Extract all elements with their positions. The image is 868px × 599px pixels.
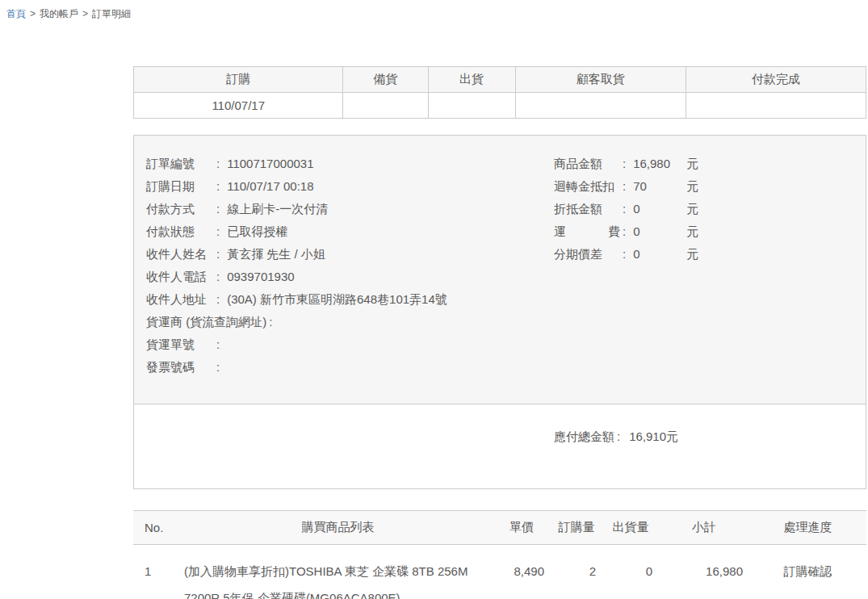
installment-diff-value: 0 (633, 243, 686, 266)
tracking-number-row: 貨運單號: (146, 333, 866, 356)
col-order-qty: 訂購量 (551, 511, 602, 545)
field-label: 運費 (554, 220, 620, 243)
recipient-phone-row: 收件人電話:0939701930 (146, 266, 866, 288)
field-label: 收件人姓名 (146, 243, 214, 266)
shipping-fee-value: 0 (633, 220, 686, 243)
product-row: 1 (加入購物車享折扣)TOSHIBA 東芝 企業碟 8TB 256M 7200… (133, 545, 866, 599)
recipient-name-row: 收件人姓名:黃玄揮 先生 / 小姐 (146, 243, 866, 266)
currency-unit: 元 (686, 224, 698, 238)
status-col-pickup: 顧客取貨 (515, 67, 686, 93)
status-col-paid: 付款完成 (686, 67, 866, 93)
col-process-status: 處理進度 (749, 511, 866, 545)
product-header-row: No. 購買商品列表 單價 訂購量 出貨量 小計 處理進度 (133, 511, 866, 545)
field-label: 貨運單號 (146, 333, 214, 356)
currency-unit: 元 (666, 429, 678, 443)
breadcrumb-current-page: 訂單明細 (92, 8, 131, 19)
product-unit-price: 8,490 (493, 545, 551, 599)
product-name: (加入購物車享折扣)TOSHIBA 東芝 企業碟 8TB 256M 7200R … (183, 545, 493, 599)
currency-unit: 元 (686, 179, 698, 193)
breadcrumb-home-link[interactable]: 首頁 (6, 8, 26, 19)
shipping-fee-row: 運費:0元 (554, 220, 698, 243)
order-number-row: 訂單編號:1100717000031 (146, 153, 866, 175)
recipient-phone-value: 0939701930 (227, 270, 294, 283)
discount-amount-row: 折抵金額:0元 (554, 198, 698, 220)
status-header-row: 訂購 備貨 出貨 顧客取貨 付款完成 (134, 67, 866, 93)
colon: : (620, 179, 633, 193)
recipient-address-row: 收件人地址:(30A) 新竹市東區明湖路648巷101弄14號 (146, 288, 866, 311)
status-col-preparing: 備貨 (343, 67, 428, 93)
goods-amount-row: 商品金額:16,980元 (554, 153, 698, 175)
col-subtotal: 小計 (659, 511, 749, 545)
product-order-qty: 2 (551, 545, 602, 599)
order-date-value: 110/07/17 00:18 (227, 179, 313, 193)
field-label: 商品金額 (554, 153, 620, 175)
recipient-address-value: (30A) 新竹市東區明湖路648巷101弄14號 (227, 292, 447, 306)
colon: : (214, 157, 227, 170)
field-label: 貨運商 (貨流查詢網址) (146, 311, 266, 333)
field-label: 折抵金額 (554, 198, 620, 220)
colon: : (620, 202, 633, 216)
col-ship-qty: 出貨量 (602, 511, 659, 545)
carrier-row: 貨運商 (貨流查詢網址): (146, 311, 866, 333)
invoice-number-row: 發票號碼: (146, 356, 866, 379)
discount-amount-value: 0 (633, 198, 686, 220)
total-due-label: 應付總金額 (554, 429, 614, 443)
installment-diff-row: 分期價差:0元 (554, 243, 698, 266)
total-due-section: 應付總金額:16,910元 (134, 404, 866, 488)
field-label: 迴轉金抵扣 (554, 175, 620, 198)
status-pickup-date (515, 93, 686, 119)
field-label: 付款狀態 (146, 220, 214, 243)
total-due-amount: 16,910元 (629, 429, 678, 443)
colon: : (214, 337, 227, 351)
breadcrumb-my-account-link[interactable]: 我的帳戶 (40, 8, 78, 19)
colon: : (620, 224, 633, 238)
colon: : (214, 360, 227, 374)
order-detail-content: 訂購 備貨 出貨 顧客取貨 付款完成 110/07/17 訂單編號:110071… (133, 66, 866, 599)
colon: : (214, 202, 227, 216)
rebate-deduction-value: 70 (633, 175, 686, 198)
colon: : (620, 157, 633, 170)
product-subtotal: 16,980 (659, 545, 749, 599)
field-label: 付款方式 (146, 198, 214, 220)
field-label: 訂購日期 (146, 175, 214, 198)
colon: : (214, 179, 227, 193)
status-ordered-date: 110/07/17 (134, 93, 343, 119)
field-label: 分期價差 (554, 243, 620, 266)
order-date-row: 訂購日期:110/07/17 00:18 (146, 175, 866, 198)
currency-unit: 元 (686, 247, 698, 261)
currency-unit: 元 (686, 157, 698, 170)
order-info-box: 訂單編號:1100717000031 訂購日期:110/07/17 00:18 … (133, 135, 866, 489)
col-no: No. (133, 511, 183, 545)
status-col-ordered: 訂購 (134, 67, 343, 93)
status-shipped-date (428, 93, 515, 119)
recipient-name-value: 黃玄揮 先生 / 小姐 (227, 247, 325, 261)
colon: : (620, 247, 633, 261)
rebate-deduction-row: 迴轉金抵扣:70元 (554, 175, 698, 198)
payment-status-row: 付款狀態:已取得授權 (146, 220, 866, 243)
field-label: 收件人地址 (146, 288, 214, 311)
colon: : (614, 429, 627, 443)
colon: : (214, 224, 227, 238)
product-ship-qty: 0 (602, 545, 659, 599)
payment-status-value: 已取得授權 (227, 224, 287, 238)
status-col-shipped: 出貨 (428, 67, 515, 93)
col-product-name: 購買商品列表 (183, 511, 493, 545)
breadcrumb-separator: > (82, 8, 88, 19)
field-label: 收件人電話 (146, 266, 214, 288)
colon: : (214, 292, 227, 306)
status-preparing-date (343, 93, 428, 119)
product-process-status: 訂購確認 (749, 545, 866, 599)
product-list-table: No. 購買商品列表 單價 訂購量 出貨量 小計 處理進度 1 (加入購物車享折… (133, 510, 866, 599)
product-no: 1 (133, 545, 183, 599)
col-unit-price: 單價 (493, 511, 551, 545)
payment-method-row: 付款方式:線上刷卡-一次付清 (146, 198, 866, 220)
colon: : (214, 247, 227, 261)
order-amount-fields: 商品金額:16,980元 迴轉金抵扣:70元 折抵金額:0元 運費:0元 分期價… (554, 153, 698, 266)
status-value-row: 110/07/17 (134, 93, 866, 119)
status-paid-date (686, 93, 866, 119)
field-label: 訂單編號 (146, 153, 214, 175)
field-label: 發票號碼 (146, 356, 214, 379)
currency-unit: 元 (686, 202, 698, 216)
order-info-fields: 訂單編號:1100717000031 訂購日期:110/07/17 00:18 … (134, 136, 866, 404)
order-number-value: 1100717000031 (227, 157, 313, 170)
